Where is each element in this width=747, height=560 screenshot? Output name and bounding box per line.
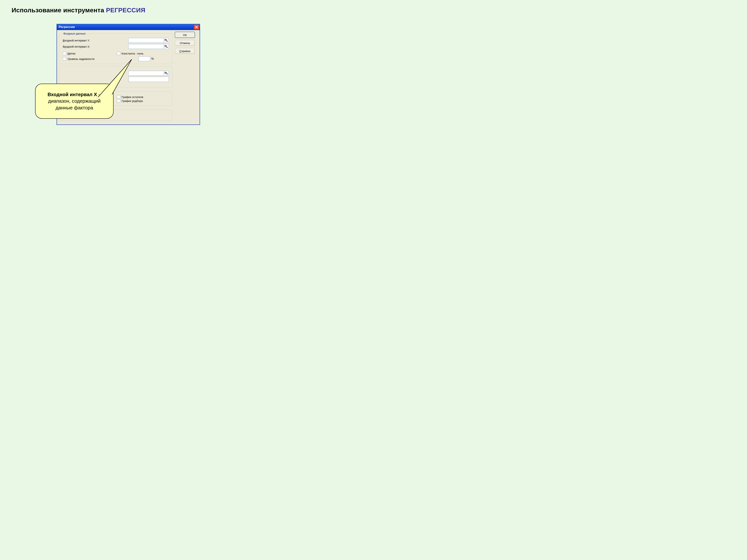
svg-rect-9 [165,72,166,73]
checkbox-const-zero[interactable]: Константа - ноль [117,52,169,55]
callout-tail [92,59,134,104]
svg-rect-7 [167,47,168,48]
input-x-range[interactable] [128,44,169,49]
dialog-button-column: ОК Отмена Справка [172,32,198,123]
input-x-field[interactable] [128,44,163,49]
confidence-input[interactable] [138,56,150,61]
cancel-button[interactable]: Отмена [175,40,195,46]
range-select-icon [164,72,168,75]
ok-button[interactable]: ОК [175,32,195,38]
row-input-y: Входной интервал Y: [63,37,169,43]
close-button[interactable] [194,25,199,29]
checkbox-icon [63,57,66,60]
svg-rect-6 [165,45,166,46]
help-button[interactable]: Справка [175,48,195,54]
checkbox-icon [63,52,66,55]
slide-title-emph: РЕГРЕССИЯ [106,6,145,14]
input-y-range[interactable] [128,38,169,43]
range-select-icon [164,45,168,48]
svg-rect-4 [167,41,168,42]
svg-rect-3 [165,39,166,40]
callout-tooltip: Входной интервал Х – диапазон, содержащи… [35,84,113,119]
range-select-icon [164,39,168,42]
svg-rect-10 [167,74,168,74]
output-extra-field[interactable] [128,77,169,82]
checkbox-labels-text: Метки [68,52,75,55]
input-y-field[interactable] [128,38,163,43]
close-icon [195,26,198,28]
checkbox-labels[interactable]: Метки [63,52,115,55]
output-range-picker[interactable] [163,71,169,76]
slide-title: Использование инструмента РЕГРЕССИЯ [11,6,145,14]
slide-title-prefix: Использование инструмента [11,6,106,14]
row-input-x: Входной интервал X: [63,44,169,49]
pct-suffix: % [151,57,154,60]
dialog-title: Регрессия [59,25,194,29]
callout-bold: Входной интервал Х [48,92,97,97]
checkbox-const-zero-text: Константа - ноль [122,52,144,55]
dialog-titlebar[interactable]: Регрессия [57,24,200,30]
input-y-range-picker[interactable] [163,38,169,43]
group-input-label: Входные данные [63,32,86,35]
label-input-y: Входной интервал Y: [63,39,102,42]
label-input-x: Входной интервал X: [63,45,102,48]
input-x-range-picker[interactable] [163,44,169,49]
checkbox-confidence-text: Уровень надежности [68,57,95,60]
checkbox-icon [117,52,120,55]
